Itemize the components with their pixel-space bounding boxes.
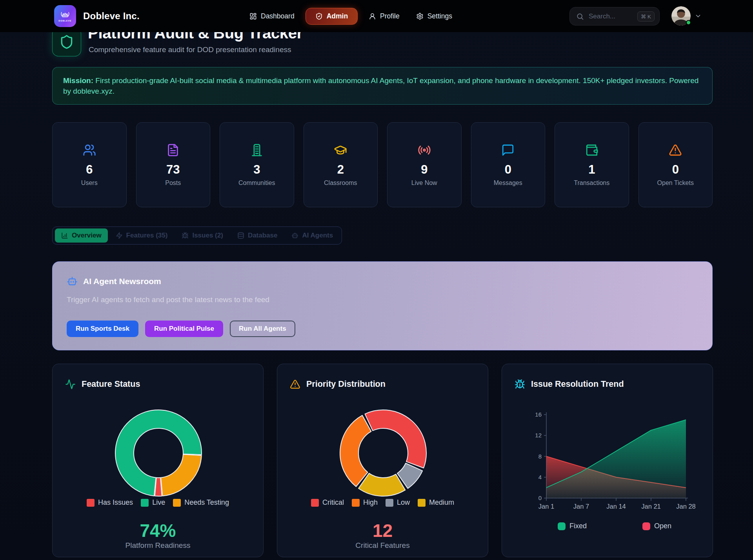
stat-label: Posts [165, 179, 181, 187]
open-swatch [642, 522, 650, 530]
radio-icon [418, 143, 431, 157]
graduation-cap-icon [334, 143, 347, 157]
legend-swatch [386, 499, 393, 507]
mission-banner: Mission: First production-grade AI-built… [52, 67, 713, 105]
stat-value: 0 [672, 163, 679, 177]
newsroom-title: AI Agent Newsroom [83, 277, 161, 286]
tab-ai-agents[interactable]: AI Agents [285, 228, 339, 243]
donut-slice-critical [365, 410, 426, 468]
message-square-icon [501, 143, 515, 157]
logo-wordmark: DOBLEVE [58, 20, 72, 22]
fixed-swatch [558, 522, 566, 530]
run-political-pulse-button[interactable]: Run Political Pulse [145, 321, 223, 337]
tab-issues-2[interactable]: Issues (2) [175, 228, 229, 243]
legend-label: Open [654, 522, 671, 530]
stats-grid: 6Users73Posts3Communities2Classrooms9Liv… [52, 122, 713, 207]
stat-card-transactions: 1Transactions [555, 122, 629, 207]
stat-label: Live Now [411, 179, 437, 187]
search-shortcut-badge: ⌘ K [637, 11, 655, 22]
users-icon [83, 143, 96, 157]
nav-label: Profile [380, 12, 400, 20]
bot-icon [67, 276, 78, 287]
nav-label: Dashboard [261, 12, 295, 20]
brand-group[interactable]: DOBLEVE Dobleve Inc. [54, 5, 140, 27]
database-icon [237, 232, 244, 239]
stat-card-messages: 0Messages [471, 122, 546, 207]
search-input[interactable]: Search... ⌘ K [569, 7, 660, 25]
area-fixed [546, 420, 686, 498]
y-axis-tick: 16 [535, 411, 542, 418]
nav-item-settings[interactable]: Settings [411, 8, 458, 24]
tab-features-35[interactable]: Features (35) [109, 228, 174, 243]
user-avatar[interactable] [671, 6, 691, 25]
legend-swatch [173, 499, 181, 507]
stat-label: Classrooms [324, 179, 357, 187]
alert-triangle-icon [669, 143, 682, 157]
run-sports-desk-button[interactable]: Run Sports Desk [67, 321, 138, 337]
nav-label: Admin [327, 12, 348, 20]
nav-item-admin[interactable]: Admin [306, 8, 358, 25]
stat-value: 1 [588, 163, 595, 177]
nav-item-dashboard[interactable]: Dashboard [244, 8, 300, 24]
top-navbar: DOBLEVE Dobleve Inc. DashboardAdminProfi… [0, 0, 753, 32]
legend-label: Needs Testing [184, 498, 229, 507]
company-name: Dobleve Inc. [83, 11, 140, 22]
nav-label: Settings [427, 12, 452, 20]
shield-icon [59, 34, 74, 49]
mission-text: First production-grade AI-built social m… [63, 76, 698, 95]
stat-value: 2 [337, 163, 344, 177]
alert-triangle-icon [290, 379, 300, 390]
tab-label: Features (35) [126, 232, 168, 239]
x-axis-label: Jan 28 [676, 503, 696, 510]
priority-distribution-card: Priority Distribution CriticalHighLowMed… [277, 364, 488, 557]
legend-swatch [352, 499, 360, 507]
activity-icon [65, 379, 76, 390]
stat-value: 6 [86, 163, 93, 177]
issue-resolution-trend-card: Issue Resolution Trend 0481216Jan 1Jan 7… [502, 364, 713, 557]
newsroom-description: Trigger AI agents to fetch and post the … [67, 295, 698, 304]
tab-label: Overview [72, 232, 102, 239]
stat-label: Transactions [574, 179, 609, 187]
y-axis-tick: 4 [538, 474, 542, 480]
platform-readiness-label: Platform Readiness [53, 541, 263, 550]
legend-label: Fixed [569, 522, 587, 530]
run-all-agents-button[interactable]: Run All Agents [230, 321, 295, 337]
stat-card-communities: 3Communities [220, 122, 294, 207]
stat-value: 73 [166, 163, 180, 177]
legend-item-low: Low [386, 498, 410, 507]
platform-readiness-value: 74% [53, 520, 263, 541]
user-menu[interactable] [671, 6, 702, 25]
feature-status-card: Feature Status Has IssuesLiveNeeds Testi… [52, 364, 264, 557]
chevron-down-icon[interactable] [695, 13, 702, 20]
search-placeholder: Search... [589, 13, 637, 20]
main-nav: DashboardAdminProfileSettings [244, 7, 458, 25]
tab-database[interactable]: Database [231, 228, 284, 243]
legend-item-medium: Medium [418, 498, 454, 507]
zap-icon [116, 232, 123, 239]
stat-card-classrooms: 2Classrooms [304, 122, 378, 207]
legend-item-critical: Critical [311, 498, 344, 507]
stat-label: Users [81, 179, 98, 187]
section-tabs: OverviewFeatures (35)Issues (2)DatabaseA… [52, 227, 342, 245]
y-axis-tick: 8 [538, 453, 542, 460]
ai-agent-newsroom-card: AI Agent Newsroom Trigger AI agents to f… [52, 261, 713, 350]
legend-label: Low [397, 498, 410, 507]
admin-dashboard-page: Platform Audit & Bug Tracker Comprehensi… [0, 0, 753, 560]
bug-icon [182, 232, 189, 239]
x-axis-label: Jan 21 [641, 503, 661, 510]
crown-laurel-icon [60, 10, 70, 19]
building-icon [250, 143, 264, 157]
legend-swatch [87, 499, 95, 507]
x-axis-label: Jan 1 [538, 503, 554, 510]
legend-swatch [141, 499, 149, 507]
bot-icon [291, 232, 298, 239]
legend-item-has-issues: Has Issues [87, 498, 133, 507]
legend-label: Live [152, 498, 165, 507]
legend-label: High [363, 498, 378, 507]
tab-overview[interactable]: Overview [55, 228, 108, 243]
legend-item-high: High [352, 498, 378, 507]
nav-item-profile[interactable]: Profile [363, 8, 405, 24]
stat-card-users: 6Users [52, 122, 127, 207]
legend-label: Medium [429, 498, 454, 507]
legend-swatch [311, 499, 319, 507]
